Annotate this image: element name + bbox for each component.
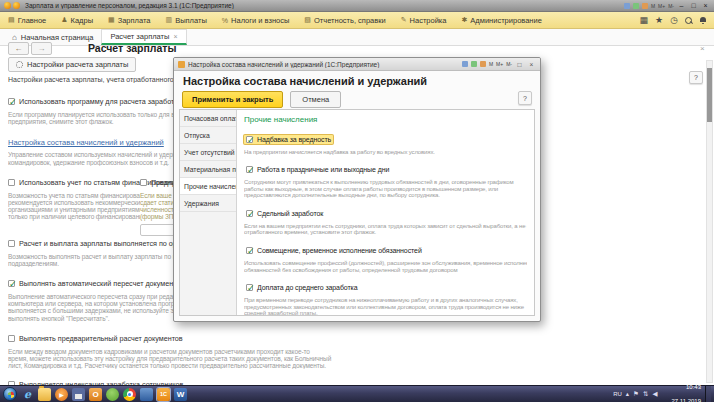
tray-date: 27.11.2019	[671, 398, 701, 402]
help-button[interactable]: ?	[689, 71, 703, 84]
menu-item[interactable]: ♟ Кадры	[61, 16, 93, 25]
dialog-title: Настройка состава начислений и удержаний…	[188, 61, 459, 68]
memory-button[interactable]: M	[489, 61, 493, 67]
menu-item[interactable]: ✎ Настройка	[401, 16, 447, 25]
cancel-button[interactable]: Отмена	[290, 91, 341, 108]
back-button[interactable]: ←	[8, 42, 29, 55]
menu-item[interactable]: ▤ Главное	[8, 16, 46, 25]
checkbox[interactable]	[140, 179, 147, 186]
minimize-button[interactable]: –	[677, 2, 686, 10]
explorer-folder-icon[interactable]	[38, 388, 51, 401]
checkbox[interactable]	[246, 210, 253, 217]
menu-item[interactable]: ▦ Зарплата	[108, 16, 150, 25]
notifications-bell-icon[interactable]	[699, 17, 706, 25]
memory-button[interactable]: M	[651, 3, 655, 9]
menu-item[interactable]: % Налоги и взносы	[222, 16, 290, 25]
checkbox-label: Совмещение, временное исполнение обязанн…	[257, 247, 422, 254]
system-tray: RU ▴ ⚑ ⇅ ◀ 10:43 27.11.2019	[613, 377, 711, 402]
setting-description: Использовать совмещение профессий (должн…	[244, 260, 527, 274]
dialog-tab[interactable]: Материальная помощь	[180, 161, 236, 178]
checkbox[interactable]	[8, 335, 15, 342]
blue-app-icon[interactable]	[140, 388, 153, 401]
tray-volume-icon[interactable]: ◀	[652, 390, 657, 398]
calendar-icon[interactable]	[471, 61, 477, 67]
tray-clock[interactable]: 10:43 27.11.2019	[661, 377, 701, 402]
dialog-maximize-button[interactable]: □	[515, 61, 524, 68]
memory-plus-button[interactable]: M+	[658, 3, 665, 9]
tray-network-icon[interactable]: ⇅	[643, 390, 648, 398]
apply-and-close-button[interactable]: Применить и закрыть	[182, 91, 283, 108]
forward-button[interactable]: →	[31, 42, 52, 55]
dialog-setting-item: Сдельный заработок Если на вашем предпри…	[244, 203, 527, 236]
checkbox[interactable]	[246, 166, 253, 173]
1c-taskbar-icon[interactable]: 1С	[157, 388, 170, 401]
dialog-setting-item: Работа в праздничные или выходные дни Со…	[244, 159, 527, 199]
save-icon[interactable]	[462, 61, 468, 67]
system-menu-icon[interactable]	[13, 2, 20, 9]
page-title: Расчет зарплаты	[88, 42, 176, 54]
checkbox-label: Работа в праздничные или выходные дни	[257, 166, 389, 173]
menu-item-label: Зарплата	[118, 16, 151, 25]
dialog-tab[interactable]: Учет отсутствий	[180, 144, 236, 161]
tray-overflow-icon[interactable]: ▴	[626, 390, 629, 398]
checkbox[interactable]	[8, 98, 15, 105]
memory-minus-button[interactable]: M-	[668, 3, 674, 9]
media-player-icon[interactable]: ▶	[55, 388, 68, 401]
dialog-tab[interactable]: Почасовая оплата	[180, 110, 236, 127]
green-app-icon[interactable]	[106, 388, 119, 401]
dialog-help-button[interactable]: ?	[518, 91, 532, 105]
setting-description: Сотрудники могут привлекаться к выполнен…	[244, 179, 527, 199]
menu-item[interactable]: ▥ Выплаты	[166, 16, 207, 25]
dialog-tab[interactable]: Отпуска	[180, 127, 236, 144]
calculator-icon[interactable]	[642, 3, 648, 9]
checkbox[interactable]	[8, 240, 15, 247]
calendar-icon[interactable]	[633, 3, 639, 9]
word-icon[interactable]: W	[174, 388, 187, 401]
checkbox[interactable]	[246, 247, 253, 254]
vertical-scrollbar[interactable]	[706, 60, 713, 383]
taxes-percent-icon: %	[222, 17, 228, 24]
form-close-icon[interactable]: ×	[700, 44, 705, 53]
internet-explorer-icon[interactable]: e	[21, 388, 34, 401]
windows-taskbar: e ▶ O 1С W RU ▴ ⚑ ⇅ ◀ 10:43 27.11.2019	[0, 385, 714, 402]
save-icon[interactable]	[624, 3, 630, 9]
salary-settings-button[interactable]: Настройки расчета зарплаты	[8, 57, 136, 72]
checkbox[interactable]	[8, 280, 15, 287]
tab-close-icon[interactable]: ×	[173, 33, 177, 40]
scrollbar-thumb[interactable]	[707, 68, 712, 122]
accruals-setup-link[interactable]: Настройка состава начислений и удержаний	[8, 138, 164, 147]
dialog-close-button[interactable]: ×	[527, 61, 536, 68]
menu-item[interactable]: ▧ Отчетность, справки	[304, 16, 385, 25]
start-button[interactable]	[3, 387, 17, 401]
outlook-icon[interactable]: O	[89, 388, 102, 401]
history-icon[interactable]: ◷	[670, 16, 678, 25]
checkbox[interactable]	[246, 284, 253, 291]
close-button[interactable]: ×	[701, 2, 710, 10]
menu-item-label: Администрирование	[470, 16, 542, 25]
setting-row: Выполнять предварительный расчет докумен…	[8, 328, 541, 370]
menu-item[interactable]: ✱ Администрирование	[461, 16, 541, 25]
dialog-tab[interactable]: Удержания	[180, 195, 236, 212]
app-grid-icon[interactable]: ▦	[640, 16, 649, 25]
floppy-app-icon[interactable]	[72, 388, 85, 401]
menu-item-label: Налоги и взносы	[231, 16, 289, 25]
language-indicator[interactable]: RU	[613, 391, 622, 397]
restore-button[interactable]: □	[689, 2, 698, 10]
favorites-star-icon[interactable]: ★	[655, 16, 663, 25]
chrome-icon[interactable]	[123, 388, 136, 401]
dialog-tab[interactable]: Прочие начисления	[180, 178, 236, 195]
memory-minus-button[interactable]: M-	[506, 61, 512, 67]
setting-description: Если на вашем предприятии есть сотрудник…	[244, 223, 527, 237]
reports-icon: ▧	[304, 16, 311, 24]
show-desktop-button[interactable]	[705, 386, 711, 402]
dialog-setting-item: Совмещение, временное исполнение обязанн…	[244, 240, 527, 273]
checkbox[interactable]	[8, 179, 15, 186]
search-icon[interactable]	[685, 17, 692, 24]
app-logo-icon	[4, 2, 11, 9]
tray-flag-icon[interactable]: ⚑	[633, 390, 639, 398]
dialog-titlebar: Настройка состава начислений и удержаний…	[174, 58, 540, 71]
checkbox[interactable]	[246, 136, 253, 143]
memory-plus-button[interactable]: M+	[496, 61, 503, 67]
calculator-icon[interactable]	[480, 61, 486, 67]
dialog-tab-content: Прочие начисления Надбавка за вредность …	[237, 110, 534, 315]
